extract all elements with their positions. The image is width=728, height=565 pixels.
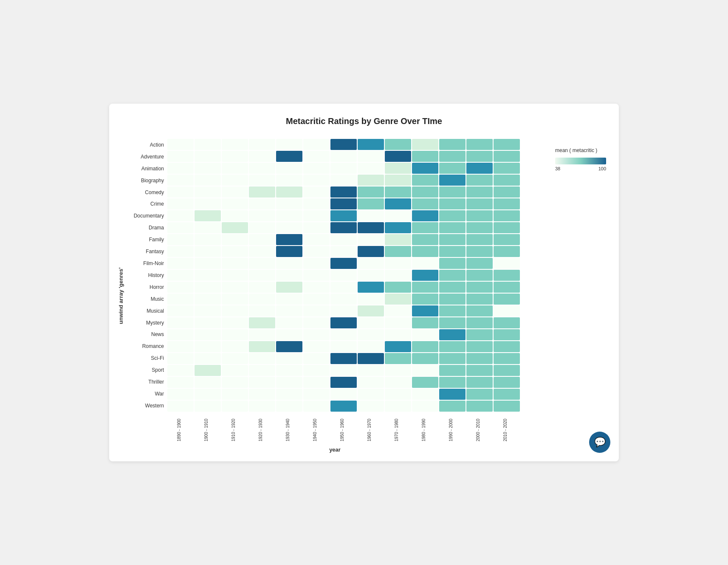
heatmap-cell [249,341,275,352]
row-label: Adventure [127,151,166,162]
heatmap-cell [494,353,520,364]
heatmap-cell [249,282,275,293]
heatmap-cell [303,139,330,150]
chat-button[interactable]: 💬 [589,432,610,453]
heatmap-cell [494,401,520,412]
heatmap-cell [330,258,357,269]
heatmap-cell [195,163,221,174]
heatmap-cell [385,341,411,352]
row-label: Comedy [127,187,166,198]
heatmap-cell [222,341,248,352]
heatmap-cell [276,401,302,412]
row-label: Biography [127,175,166,186]
heatmap-cell [303,282,330,293]
heatmap-cell [439,210,466,221]
heatmap-cell [167,151,194,162]
heatmap-cell [494,317,520,328]
heatmap-cell [249,377,275,388]
heatmap-cell [466,377,493,388]
chart-body: unwind array 'genres' ActionAdventureAni… [118,139,610,453]
heatmap-cell [330,163,357,174]
chart-title: Metacritic Ratings by Genre Over TIme [118,116,610,126]
heatmap-cell [358,353,384,364]
x-axis-label: 1890 - 1900 [166,413,192,443]
heatmap-cell [358,341,384,352]
heatmap-cell [412,270,438,281]
heatmap-cell [303,186,330,198]
heatmap-cell [358,246,384,257]
heatmap-cell [167,210,194,221]
row-label: History [127,270,166,281]
heatmap-cell [276,365,302,376]
heatmap-cell [276,341,302,352]
heatmap-cell [412,377,438,388]
heatmap-cell [494,222,520,233]
heatmap-cell [358,151,384,162]
heatmap-grid [167,139,520,412]
heatmap-cell [195,282,221,293]
heatmap-cell [439,282,466,293]
heatmap-cell [195,258,221,269]
heatmap-cell [276,389,302,400]
heatmap-cell [385,294,411,305]
heatmap-cell [494,270,520,281]
heatmap-cell [303,317,330,328]
heatmap-cell [330,401,357,412]
heatmap-cell [167,282,194,293]
heatmap-cell [249,175,275,186]
x-axis-label: 2010 - 2020 [492,413,518,443]
row-label: Western [127,400,166,411]
heatmap-cell [167,186,194,198]
heatmap-cell [466,246,493,257]
chart-main: ActionAdventureAnimationBiographyComedyC… [127,139,542,453]
heatmap-cell [358,139,384,150]
heatmap-cell [385,389,411,400]
row-label: Thriller [127,376,166,387]
heatmap-cell [385,222,411,233]
heatmap-cell [249,234,275,245]
x-axis-label: 1980 - 1990 [410,413,437,443]
heatmap-cell [249,139,275,150]
heatmap-cell [466,329,493,340]
heatmap-cell [412,139,438,150]
heatmap-cell [466,258,493,269]
heatmap-cell [249,151,275,162]
heatmap-cell [439,294,466,305]
heatmap-cell [439,329,466,340]
heatmap-cell [466,317,493,328]
heatmap-cell [222,210,248,221]
heatmap-cell [276,210,302,221]
heatmap-cell [303,341,330,352]
x-axis-label: 1960 - 1970 [356,413,382,443]
x-axis-label: 1950 - 1960 [329,413,355,443]
heatmap-cell [494,151,520,162]
heatmap-cell [385,401,411,412]
heatmap-cell [494,365,520,376]
chart-container: Metacritic Ratings by Genre Over TIme un… [109,104,619,461]
heatmap-cell [303,401,330,412]
heatmap-cell [167,198,194,209]
heatmap-cell [412,151,438,162]
heatmap-cell [167,401,194,412]
heatmap-cell [249,365,275,376]
heatmap-cell [222,222,248,233]
heatmap-cell [494,186,520,198]
heatmap-cell [412,365,438,376]
heatmap-cell [303,210,330,221]
heatmap-cell [439,317,466,328]
legend-min: 38 [555,166,560,171]
heatmap-cell [494,246,520,257]
heatmap-cell [412,341,438,352]
x-axis-label: 1990 - 2000 [437,413,464,443]
chat-icon: 💬 [594,437,606,448]
heatmap-cell [195,139,221,150]
heatmap-cell [412,258,438,269]
legend-max: 100 [598,166,606,171]
row-label: Mystery [127,317,166,328]
heatmap-cell [358,305,384,316]
heatmap-cell [249,163,275,174]
heatmap-cell [195,234,221,245]
heatmap-cell [358,175,384,186]
heatmap-cell [466,234,493,245]
heatmap-cell [222,329,248,340]
